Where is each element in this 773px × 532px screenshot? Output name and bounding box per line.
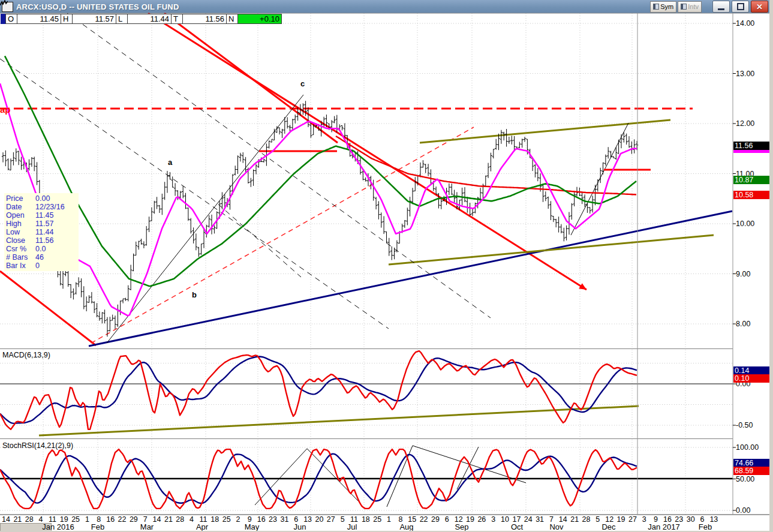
quote-field-value: +0.10 — [237, 14, 282, 24]
date-tick-day: 5 — [595, 515, 600, 524]
quote-bar: O11.45H11.57L11.44T11.56N+0.10 — [1, 14, 282, 24]
wave-label-c: c — [300, 79, 305, 88]
ma-20-magenta — [0, 83, 637, 315]
info-row: Csr %0.0 — [6, 245, 77, 253]
macd-signal-line — [0, 357, 637, 423]
quote-field-label: L — [116, 14, 128, 24]
date-tick-day: 4 — [190, 515, 194, 524]
price-axis-tick: 12.00 — [736, 119, 754, 128]
date-tick-month: Jan 2016 — [42, 522, 74, 531]
date-tick-month: Sep — [455, 522, 468, 531]
date-tick-day: 19 — [617, 515, 625, 524]
date-tick-day: 3 — [491, 515, 495, 524]
date-tick-day: 31 — [280, 515, 288, 524]
wave-label-b: b — [192, 290, 197, 299]
date-tick-day: 25 — [373, 515, 381, 524]
date-tick-day: 1 — [387, 515, 391, 524]
stoch-axis-tick: 100.00 — [736, 443, 759, 452]
macd-panel-title: MACD(6,13,9) — [2, 351, 50, 359]
info-row: Bar Ix0 — [6, 262, 77, 270]
info-row: Date12/23/16 — [6, 203, 77, 211]
navy-uptrend — [89, 211, 732, 346]
wave-label-a: a — [168, 158, 172, 167]
date-tick-day: 31 — [536, 515, 544, 524]
info-row: High11.57 — [6, 220, 77, 228]
date-tick-day: 30 — [687, 515, 695, 524]
stoch-panel-title: StochRSI(14,21(2),9) — [2, 441, 73, 450]
ohlc-bars — [2, 101, 639, 336]
olive-lower-support — [389, 235, 714, 265]
date-tick-month: Feb — [91, 522, 104, 531]
macd-line — [0, 351, 637, 429]
chart-window: ARCX:USO,D -- UNITED STATES OIL FUND Sym… — [0, 0, 773, 532]
date-tick-month: Nov — [549, 522, 563, 531]
date-tick-day: 27 — [327, 515, 335, 524]
info-row: Low11.44 — [6, 228, 77, 236]
stoch-signal-box: 74.66 — [733, 459, 771, 467]
stoch-axis-tick: 50.00 — [736, 475, 754, 483]
info-row: Close11.56 — [6, 236, 77, 245]
stoch-axis-tick: 0.00 — [736, 506, 750, 515]
date-tick-day: 28 — [25, 515, 34, 524]
info-row: # Bars46 — [6, 253, 77, 262]
date-tick-month: Jun — [294, 522, 306, 531]
quote-field-value: 11.57 — [72, 14, 116, 24]
price-axis-tick: 10.00 — [736, 220, 754, 228]
quote-field-value: 11.56 — [182, 14, 227, 24]
date-tick-day: 28 — [582, 515, 591, 524]
date-tick-day: 27 — [628, 515, 637, 524]
quote-field-value: 11.45 — [17, 14, 61, 24]
stoch-thin-5 — [457, 447, 479, 489]
macd-value-box: 0.10 — [733, 374, 771, 383]
date-tick-month: Feb — [699, 522, 712, 531]
date-tick-day: 23 — [269, 515, 277, 524]
info-row: Price0.00 — [6, 194, 77, 203]
date-tick-day: 1 — [85, 515, 89, 524]
quote-field-label: T — [171, 14, 183, 24]
date-tick-day: 26 — [477, 515, 486, 524]
date-tick-day: 16 — [106, 515, 115, 524]
green-ma-value-box: 10.87 — [733, 176, 771, 184]
date-tick-month: May — [245, 522, 260, 531]
date-tick-day: 24 — [524, 515, 533, 524]
date-tick-day: 5 — [341, 515, 345, 524]
date-tick-day: 18 — [210, 515, 219, 524]
date-tick-day: 22 — [118, 515, 127, 524]
date-tick-month: Apr — [196, 522, 208, 531]
date-tick-day: 3 — [642, 515, 646, 524]
red-dashed-rising — [91, 127, 474, 343]
date-tick-day: 29 — [130, 515, 138, 524]
date-tick-day: 14 — [153, 515, 161, 524]
red-ma-value-box: 10.58 — [733, 191, 771, 199]
date-tick-day: 14 — [2, 515, 10, 524]
date-tick-month: Aug — [399, 522, 413, 531]
date-tick-day: 29 — [431, 515, 440, 524]
date-tick-month: Oct — [511, 522, 523, 531]
thin-rally-line — [107, 95, 303, 343]
date-tick-day: 6 — [445, 515, 449, 524]
last-price-box: 11.56 — [733, 142, 771, 150]
date-tick-day: 21 — [13, 515, 22, 524]
quote-field-label: O — [5, 14, 17, 24]
quote-field-label: H — [61, 14, 73, 24]
price-chart-canvas[interactable] — [0, 0, 773, 532]
date-tick-day: 22 — [420, 515, 428, 524]
date-tick-day: 21 — [570, 515, 579, 524]
price-axis-tick: 9.00 — [736, 270, 750, 278]
date-tick-day: 25 — [222, 515, 231, 524]
price-axis-tick: 8.00 — [736, 320, 750, 328]
date-tick-month: Jul — [347, 522, 357, 531]
stoch-value-box: 68.59 — [733, 467, 771, 475]
price-axis-tick: 14.00 — [736, 19, 754, 28]
date-tick-month: Dec — [601, 522, 615, 531]
ma-200-red — [336, 136, 636, 195]
info-row: Open11.45 — [6, 211, 77, 220]
stoch-thin-2 — [307, 449, 360, 503]
date-tick-day: 2 — [236, 515, 240, 524]
date-tick-month: Jan 2017 — [648, 522, 680, 531]
date-tick-day: 21 — [164, 515, 173, 524]
macd-signal-box: 0.14 — [733, 366, 771, 375]
date-tick-day: 10 — [501, 515, 509, 524]
date-tick-day: 28 — [176, 515, 184, 524]
price-axis-tick: 13.00 — [736, 70, 754, 78]
